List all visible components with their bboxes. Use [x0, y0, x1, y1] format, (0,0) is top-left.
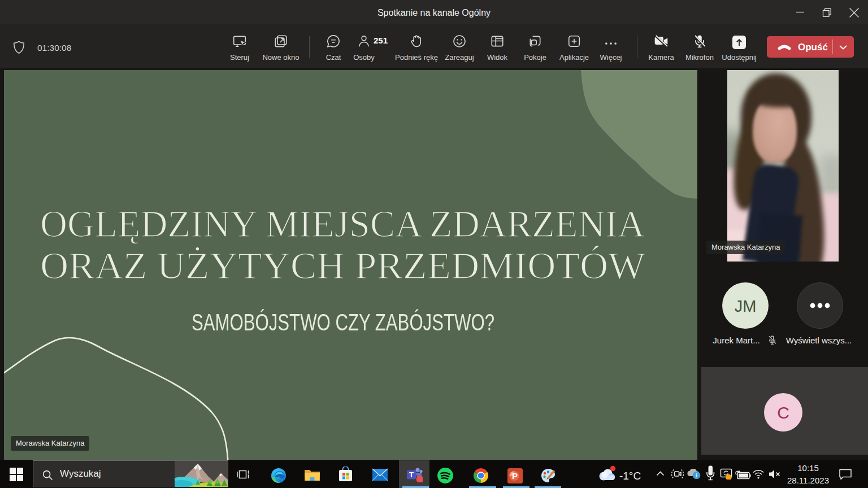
svg-text:i: i — [696, 473, 697, 478]
svg-text:P: P — [512, 471, 518, 481]
